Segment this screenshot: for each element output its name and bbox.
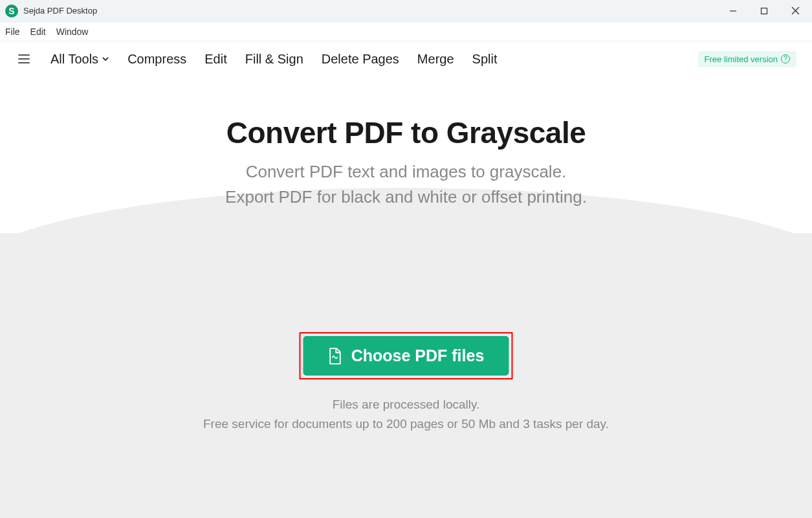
chevron-down-icon [102, 55, 109, 63]
version-badge-label: Free limited version [705, 54, 778, 64]
page-title: Convert PDF to Grayscale [0, 115, 812, 150]
tool-delete-pages[interactable]: Delete Pages [322, 52, 399, 67]
info-text-limits: Free service for documents up to 200 pag… [203, 417, 609, 431]
titlebar: S Sejda PDF Desktop [0, 0, 812, 22]
pdf-file-icon [328, 347, 342, 365]
tool-compress[interactable]: Compress [127, 52, 186, 67]
upload-area: Choose PDF files Files are processed loc… [203, 332, 609, 431]
upload-highlight-box: Choose PDF files [300, 332, 513, 379]
maximize-button[interactable] [758, 5, 771, 17]
app-title: Sejda PDF Desktop [23, 6, 97, 16]
menu-file[interactable]: File [5, 27, 20, 37]
tool-fill-sign[interactable]: Fill & Sign [245, 52, 303, 67]
version-badge[interactable]: Free limited version ? [698, 51, 796, 67]
app-icon: S [5, 5, 18, 17]
help-icon: ? [781, 54, 790, 63]
window-controls [727, 5, 807, 17]
choose-pdf-files-label: Choose PDF files [351, 346, 485, 365]
tool-edit[interactable]: Edit [204, 52, 226, 67]
menu-edit[interactable]: Edit [30, 27, 46, 37]
close-button[interactable] [789, 5, 802, 17]
toolbar: All Tools Compress Edit Fill & Sign Dele… [0, 41, 812, 76]
subtitle-line-2: Export PDF for black and white or offset… [0, 185, 812, 210]
hamburger-icon[interactable] [16, 52, 32, 66]
subtitle-line-1: Convert PDF text and images to grayscale… [0, 159, 812, 185]
svg-rect-1 [762, 8, 767, 14]
all-tools-label: All Tools [50, 52, 98, 67]
choose-pdf-files-button[interactable]: Choose PDF files [303, 336, 509, 376]
main-content: Convert PDF to Grayscale Convert PDF tex… [0, 76, 812, 210]
menubar: File Edit Window [0, 22, 812, 41]
tool-split[interactable]: Split [472, 52, 498, 67]
menu-window[interactable]: Window [56, 27, 89, 37]
all-tools-dropdown[interactable]: All Tools [50, 52, 109, 67]
tool-merge[interactable]: Merge [417, 52, 454, 67]
page-subtitle: Convert PDF text and images to grayscale… [0, 159, 812, 210]
minimize-button[interactable] [727, 5, 740, 17]
info-text-local: Files are processed locally. [203, 398, 609, 412]
